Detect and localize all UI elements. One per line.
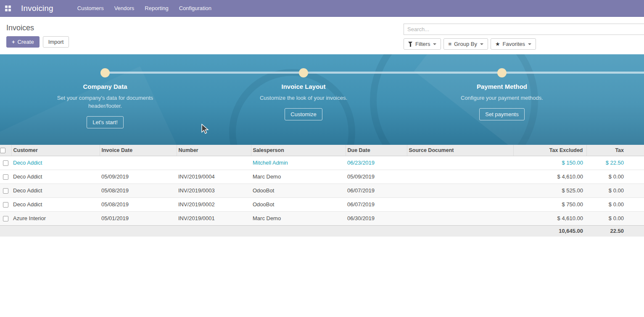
cell-tax: $ 0.00 xyxy=(586,170,644,184)
app-name[interactable]: Invoicing xyxy=(21,4,53,13)
row-checkbox-cell xyxy=(0,184,11,197)
table-row[interactable]: Deco Addict 05/08/2019 INV/2019/0002 Odo… xyxy=(0,197,644,211)
control-panel-left: Invoices + Create Import xyxy=(6,24,404,50)
cell-source-document xyxy=(407,170,513,184)
select-all-cell xyxy=(0,145,11,156)
plus-icon: + xyxy=(12,39,15,45)
table-row[interactable]: Azure Interior 05/01/2019 INV/2019/0001 … xyxy=(0,211,644,225)
cell-customer: Deco Addict xyxy=(11,156,100,170)
control-panel: Invoices + Create Import Filters ≡ Group… xyxy=(0,17,644,54)
create-button[interactable]: + Create xyxy=(6,36,40,48)
row-checkbox[interactable] xyxy=(3,188,8,194)
cell-tax-excluded: $ 525.00 xyxy=(513,184,586,197)
mouse-cursor xyxy=(201,124,209,136)
search-input[interactable] xyxy=(404,24,644,35)
cell-invoice-date xyxy=(100,156,177,170)
cell-number: INV/2019/0003 xyxy=(177,184,251,197)
apps-menu-square xyxy=(8,5,11,8)
step-dot xyxy=(299,68,308,77)
filters-button-label: Filters xyxy=(415,41,430,47)
cell-number xyxy=(177,156,251,170)
cell-customer: Deco Addict xyxy=(11,170,100,184)
lets-start-button[interactable]: Let's start! xyxy=(87,116,124,128)
row-checkbox[interactable] xyxy=(3,160,8,166)
table-header-row: Customer Invoice Date Number Salesperson… xyxy=(0,145,644,156)
onboarding-banner: Company Data Set your company's data for… xyxy=(0,54,644,145)
row-checkbox-cell xyxy=(0,197,11,211)
create-button-label: Create xyxy=(18,39,34,45)
column-header-due-date[interactable]: Due Date xyxy=(346,145,407,156)
cell-due-date: 06/30/2019 xyxy=(346,211,407,225)
cell-tax-excluded: $ 750.00 xyxy=(513,197,586,211)
total-tax: 22.50 xyxy=(586,225,644,237)
customize-button[interactable]: Customize xyxy=(285,108,322,120)
column-header-tax-excluded[interactable]: Tax Excluded xyxy=(513,145,586,156)
step-dot xyxy=(100,68,110,77)
column-header-tax[interactable]: Tax xyxy=(586,145,644,156)
column-header-invoice-date[interactable]: Invoice Date xyxy=(100,145,177,156)
set-payments-button[interactable]: Set payments xyxy=(479,108,525,120)
cell-due-date: 06/23/2019 xyxy=(346,156,407,170)
cell-salesperson: OdooBot xyxy=(251,184,346,197)
select-all-checkbox[interactable] xyxy=(0,148,5,153)
row-checkbox[interactable] xyxy=(3,216,8,221)
favorites-button-label: Favorites xyxy=(503,41,525,47)
cell-customer: Deco Addict xyxy=(11,184,100,197)
filters-button[interactable]: Filters xyxy=(404,38,441,50)
table-row[interactable]: Deco Addict Mitchell Admin 06/23/2019 $ … xyxy=(0,156,644,170)
cell-customer: Deco Addict xyxy=(11,197,100,211)
step-title: Company Data xyxy=(40,83,170,90)
cell-number: INV/2019/0001 xyxy=(177,211,251,225)
favorites-button[interactable]: ★ Favorites xyxy=(491,38,536,50)
column-header-number[interactable]: Number xyxy=(177,145,251,156)
apps-menu-square xyxy=(5,5,8,8)
group-by-button[interactable]: ≡ Group By xyxy=(443,38,488,50)
table-footer-row: 10,645.00 22.50 xyxy=(0,225,644,237)
table-row[interactable]: Deco Addict 05/09/2019 INV/2019/0004 Mar… xyxy=(0,170,644,184)
cell-due-date: 06/07/2019 xyxy=(346,197,407,211)
cell-source-document xyxy=(407,156,513,170)
chevron-down-icon xyxy=(480,43,483,45)
cell-tax: $ 0.00 xyxy=(586,197,644,211)
apps-menu-icon[interactable] xyxy=(5,5,11,11)
cell-tax: $ 0.00 xyxy=(586,211,644,225)
apps-menu-square xyxy=(8,9,11,11)
group-by-button-label: Group By xyxy=(454,41,477,47)
row-checkbox[interactable] xyxy=(3,202,8,208)
nav-vendors[interactable]: Vendors xyxy=(110,0,139,16)
onboarding-step-company-data: Company Data Set your company's data for… xyxy=(40,68,170,128)
step-title: Payment Method xyxy=(437,83,567,90)
cell-salesperson: Mitchell Admin xyxy=(251,156,346,170)
cell-tax: $ 0.00 xyxy=(586,184,644,197)
cell-invoice-date: 05/08/2019 xyxy=(100,184,177,197)
nav-menu: Customers Vendors Reporting Configuratio… xyxy=(73,0,218,16)
cell-due-date: 06/07/2019 xyxy=(346,184,407,197)
column-header-source-document[interactable]: Source Document xyxy=(407,145,513,156)
import-button[interactable]: Import xyxy=(43,36,69,48)
cell-number: INV/2019/0002 xyxy=(177,197,251,211)
cell-invoice-date: 05/09/2019 xyxy=(100,170,177,184)
step-description: Set your company's data for documents he… xyxy=(55,94,156,110)
nav-configuration[interactable]: Configuration xyxy=(175,0,216,16)
cell-customer: Azure Interior xyxy=(11,211,100,225)
cell-salesperson: Marc Demo xyxy=(251,211,346,225)
total-tax-excluded: 10,645.00 xyxy=(513,225,586,237)
cell-source-document xyxy=(407,184,513,197)
column-header-salesperson[interactable]: Salesperson xyxy=(251,145,346,156)
cell-source-document xyxy=(407,197,513,211)
nav-customers[interactable]: Customers xyxy=(73,0,108,16)
cell-salesperson: Marc Demo xyxy=(251,170,346,184)
cell-tax-excluded: $ 4,610.00 xyxy=(513,211,586,225)
chevron-down-icon xyxy=(528,43,531,45)
invoice-list-table: Customer Invoice Date Number Salesperson… xyxy=(0,145,644,237)
onboarding-step-payment-method: Payment Method Configure your payment me… xyxy=(437,68,567,120)
import-button-label: Import xyxy=(48,39,64,45)
column-header-customer[interactable]: Customer xyxy=(11,145,100,156)
row-checkbox[interactable] xyxy=(3,174,8,180)
step-dot xyxy=(497,68,507,77)
nav-reporting[interactable]: Reporting xyxy=(140,0,172,16)
cell-invoice-date: 05/01/2019 xyxy=(100,211,177,225)
cell-tax: $ 22.50 xyxy=(586,156,644,170)
table-row[interactable]: Deco Addict 05/08/2019 INV/2019/0003 Odo… xyxy=(0,184,644,197)
action-buttons: + Create Import xyxy=(6,36,404,48)
